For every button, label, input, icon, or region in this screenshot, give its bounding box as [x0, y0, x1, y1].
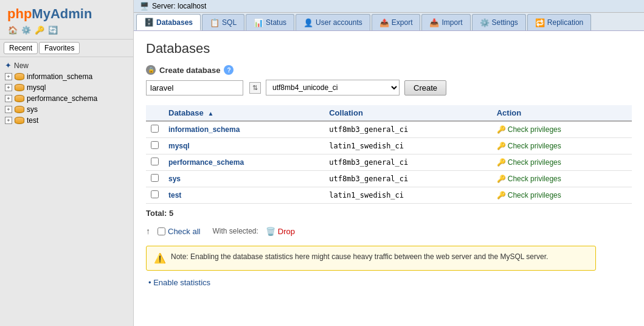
tab-import-label: Import: [441, 18, 462, 27]
select-invert-icon[interactable]: ↑: [146, 226, 150, 236]
logo: phpMyAdmin: [7, 6, 126, 22]
sql-icon: 📋: [210, 18, 220, 27]
warning-box: ⚠️ Note: Enabling the database statistic…: [146, 246, 596, 271]
tab-replication-label: Replication: [547, 18, 583, 27]
home-icon[interactable]: 🏠: [7, 24, 18, 35]
db-name-cell: test: [164, 187, 324, 204]
check-privileges-link[interactable]: 🔑 Check privileges: [497, 142, 561, 150]
row-checkbox[interactable]: [151, 125, 159, 133]
expander-icon: +: [5, 117, 12, 124]
sidebar-item-sys[interactable]: + sys: [0, 104, 133, 115]
row-checkbox[interactable]: [151, 174, 159, 182]
db-collation-value: latin1_swedish_ci: [329, 191, 404, 199]
databases-icon: 🗄️: [144, 18, 154, 27]
check-all-label[interactable]: Check all: [168, 227, 200, 236]
tab-databases-label: Databases: [156, 18, 193, 27]
tab-replication[interactable]: 🔁 Replication: [527, 14, 591, 30]
expander-icon: +: [5, 73, 12, 80]
drop-label: Drop: [278, 227, 295, 236]
database-col-label: Database: [168, 108, 204, 117]
page-title: Databases: [146, 41, 632, 57]
db-name-link[interactable]: mysql: [168, 142, 190, 150]
db-action-cell: 🔑 Check privileges: [492, 171, 632, 187]
replication-icon: 🔁: [535, 18, 545, 27]
databases-table: Database ▲ Collation Action information_…: [146, 105, 632, 204]
info-icon[interactable]: ?: [224, 65, 234, 75]
row-checkbox-cell: [146, 138, 164, 154]
db-icon: [15, 84, 24, 91]
tab-settings[interactable]: ⚙️ Settings: [472, 14, 526, 30]
sidebar-item-label: performance_schema: [27, 94, 97, 103]
enable-stats-link[interactable]: • Enable statistics: [148, 278, 210, 287]
db-name-link[interactable]: test: [168, 191, 181, 199]
check-all-checkbox[interactable]: [158, 227, 165, 235]
bottom-actions: ↑ Check all With selected: 🗑️ Drop: [146, 224, 632, 238]
table-row: mysql latin1_swedish_ci 🔑 Check privileg…: [146, 138, 632, 154]
warning-text: Note: Enabling the database statistics h…: [171, 252, 548, 261]
db-action-cell: 🔑 Check privileges: [492, 138, 632, 154]
with-selected-label: With selected:: [212, 227, 258, 235]
db-name-cell: sys: [164, 171, 324, 187]
create-db-section-icon: 🔒: [146, 65, 156, 75]
sidebar-item-test[interactable]: + test: [0, 115, 133, 126]
drop-button[interactable]: 🗑️ Drop: [266, 227, 295, 236]
db-name-link[interactable]: information_schema: [168, 125, 240, 134]
logo-text: phpMyAdmin: [7, 6, 92, 21]
db-collation-value: utf8mb3_general_ci: [329, 175, 408, 183]
nav-tabs: 🗄️ Databases 📋 SQL 📊 Status 👤 User accou…: [134, 13, 644, 30]
tab-status[interactable]: 📊 Status: [246, 14, 294, 30]
expander-icon: +: [5, 95, 12, 102]
recent-tab[interactable]: Recent: [4, 42, 38, 54]
sidebar-item-new[interactable]: ✦ New: [0, 60, 133, 71]
row-checkbox[interactable]: [151, 141, 159, 149]
create-db-row: ⇅ utf8mb4_unicode_ci utf8_general_ci lat…: [146, 80, 632, 95]
settings-nav-icon: ⚙️: [480, 18, 490, 27]
db-name-link[interactable]: sys: [168, 175, 181, 183]
server-title-text: Server: localhost: [152, 2, 206, 10]
check-privileges-link[interactable]: 🔑 Check privileges: [497, 175, 561, 183]
check-privileges-link[interactable]: 🔑 Check privileges: [497, 125, 561, 134]
key-icon[interactable]: 🔑: [34, 24, 45, 35]
table-header-action: Action: [492, 105, 632, 121]
tab-settings-label: Settings: [492, 18, 518, 27]
db-collation-cell: latin1_swedish_ci: [324, 187, 492, 204]
export-icon: 📤: [379, 18, 389, 27]
db-name-cell: performance_schema: [164, 154, 324, 171]
tab-user-accounts[interactable]: 👤 User accounts: [296, 14, 370, 30]
sidebar-item-label: test: [27, 116, 38, 125]
db-icon: [15, 95, 24, 102]
db-icon: [15, 106, 24, 113]
charset-sort-button[interactable]: ⇅: [249, 82, 261, 94]
db-name-input[interactable]: [146, 80, 243, 95]
tab-export[interactable]: 📤 Export: [372, 14, 421, 30]
sidebar-item-information_schema[interactable]: + information_schema: [0, 71, 133, 82]
main-area: 🖥️ Server: localhost 🗄️ Databases 📋 SQL …: [134, 0, 644, 326]
refresh-icon[interactable]: 🔄: [47, 24, 58, 35]
sidebar-item-performance_schema[interactable]: + performance_schema: [0, 93, 133, 104]
sidebar: phpMyAdmin 🏠 ⚙️ 🔑 🔄 Recent Favorites ✦ N…: [0, 0, 134, 326]
check-privileges-icon: 🔑: [497, 175, 506, 183]
create-database-button[interactable]: Create: [404, 80, 446, 95]
tab-sql[interactable]: 📋 SQL: [202, 14, 244, 30]
db-collation-cell: utf8mb3_general_ci: [324, 171, 492, 187]
check-privileges-link[interactable]: 🔑 Check privileges: [497, 191, 561, 199]
new-icon: ✦: [5, 61, 12, 70]
db-name-link[interactable]: performance_schema: [168, 158, 244, 167]
sidebar-item-label: sys: [27, 105, 38, 114]
tab-databases[interactable]: 🗄️ Databases: [136, 14, 201, 30]
favorites-tab[interactable]: Favorites: [39, 42, 80, 54]
sidebar-item-mysql[interactable]: + mysql: [0, 82, 133, 93]
db-collation-value: utf8mb3_general_ci: [329, 125, 408, 134]
collation-select[interactable]: utf8mb4_unicode_ci utf8_general_ci latin…: [266, 80, 400, 95]
db-name-cell: information_schema: [164, 121, 324, 138]
check-privileges-link[interactable]: 🔑 Check privileges: [497, 158, 561, 167]
table-header-database[interactable]: Database ▲: [164, 105, 324, 121]
tab-import[interactable]: 📥 Import: [421, 14, 470, 30]
settings-icon[interactable]: ⚙️: [21, 24, 32, 35]
warning-icon: ⚠️: [154, 252, 166, 264]
table-row: test latin1_swedish_ci 🔑 Check privilege…: [146, 187, 632, 204]
row-checkbox[interactable]: [151, 158, 159, 165]
tab-status-label: Status: [266, 18, 286, 27]
server-icon: 🖥️: [140, 2, 149, 10]
row-checkbox[interactable]: [151, 190, 159, 198]
